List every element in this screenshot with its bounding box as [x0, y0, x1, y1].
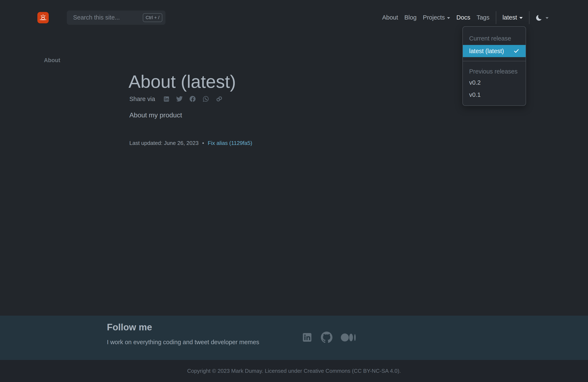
- version-item-latest[interactable]: latest (latest): [463, 45, 526, 57]
- footer-title: Follow me: [107, 322, 152, 332]
- chevron-down-icon: [447, 17, 450, 19]
- footer-subtitle: I work on everything coding and tweet de…: [107, 339, 259, 346]
- copyright-bar: Copyright © 2023 Mark Dumay. Licensed un…: [0, 360, 588, 382]
- whatsapp-share-icon[interactable]: [202, 95, 209, 103]
- version-item-latest-label: latest (latest): [469, 45, 504, 57]
- check-icon: [513, 48, 519, 54]
- theme-toggle-button[interactable]: [536, 14, 548, 21]
- search-shortcut-badge: Ctrl + /: [143, 13, 162, 22]
- last-updated: Last updated: June 26, 2023 • Fix alias …: [129, 140, 252, 146]
- footer-social-icons: [302, 332, 356, 343]
- copyright-text: Copyright © 2023 Mark Dumay. Licensed un…: [187, 368, 401, 374]
- github-icon[interactable]: [321, 332, 333, 343]
- version-dropdown-label: latest: [503, 14, 517, 21]
- version-dropdown-menu: Current release latest (latest) Previous…: [462, 26, 526, 106]
- nav-item-projects[interactable]: Projects: [423, 14, 450, 21]
- copy-link-icon[interactable]: [215, 95, 223, 103]
- article-body: About my product: [129, 111, 182, 119]
- version-dropdown-button[interactable]: latest: [503, 14, 523, 21]
- facebook-share-icon[interactable]: [189, 95, 196, 103]
- twitter-share-icon[interactable]: [176, 95, 183, 103]
- chevron-down-icon: [546, 17, 548, 19]
- nav-divider: [529, 11, 529, 24]
- nav-item-about[interactable]: About: [382, 14, 398, 21]
- site-logo[interactable]: [37, 12, 49, 23]
- share-label: Share via: [129, 96, 155, 103]
- last-updated-text: Last updated: June 26, 2023: [129, 140, 199, 146]
- chevron-down-icon: [519, 17, 523, 19]
- primary-nav: About Blog Projects Docs Tags latest: [382, 11, 548, 24]
- meta-bullet: •: [202, 140, 204, 146]
- version-item-v0-2[interactable]: v0.2: [463, 76, 526, 89]
- version-item-v0-1[interactable]: v0.1: [463, 89, 526, 101]
- sunrise-icon: [39, 13, 47, 22]
- search-input[interactable]: [73, 14, 143, 21]
- moon-icon: [536, 14, 543, 21]
- medium-icon[interactable]: [341, 333, 356, 342]
- nav-item-docs[interactable]: Docs: [456, 14, 470, 21]
- dropdown-header-previous: Previous releases: [463, 66, 526, 76]
- footer: Follow me I work on everything coding an…: [0, 316, 588, 360]
- linkedin-icon[interactable]: [302, 332, 313, 343]
- nav-item-projects-label: Projects: [423, 14, 445, 21]
- nav-divider: [496, 11, 496, 24]
- dropdown-divider: [463, 61, 526, 61]
- nav-item-tags[interactable]: Tags: [477, 14, 489, 21]
- dropdown-header-current: Current release: [463, 33, 526, 43]
- page-title: About (latest): [128, 71, 236, 92]
- commit-link[interactable]: Fix alias (1129fa5): [208, 140, 252, 146]
- nav-item-blog[interactable]: Blog: [404, 14, 417, 21]
- share-row: Share via: [129, 94, 229, 104]
- linkedin-share-icon[interactable]: [163, 96, 170, 102]
- search-bar: Ctrl + /: [67, 10, 166, 25]
- sidebar-item-about[interactable]: About: [44, 57, 60, 64]
